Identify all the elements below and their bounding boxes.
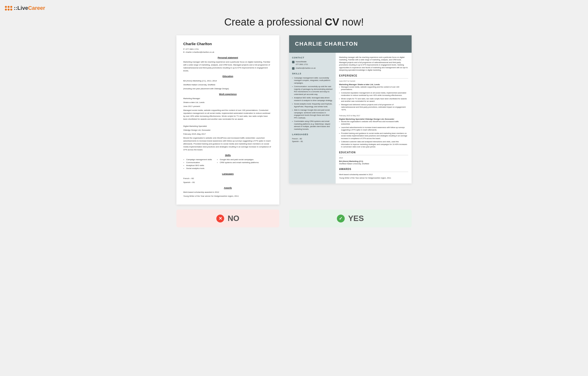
logo-dot-4 xyxy=(5,9,7,11)
logo: ::LiveCareer xyxy=(5,5,45,11)
good-cv-lang2: Spanish – B1 xyxy=(292,140,333,143)
list-item: Communication xyxy=(186,161,212,164)
list-item: Analytical SEO skills xyxy=(186,164,212,167)
bad-cv-education-school: Sheffield Hallam University, Sheffield xyxy=(183,83,272,86)
logo-dots xyxy=(5,6,12,11)
no-icon: ✕ xyxy=(216,215,224,222)
bad-cv-work-title: Work experience xyxy=(183,93,272,96)
good-cv-lang1: French – B2 xyxy=(292,138,333,140)
button-row: ✕ NO ✓ YES xyxy=(5,209,583,227)
good-cv-experience-title: EXPERIENCE xyxy=(339,74,408,78)
bad-cv-lang2: Spanish – B1 xyxy=(183,181,272,184)
good-cv-job2-title: Digital Marketing Specialist Oldedge Des… xyxy=(339,118,408,120)
list-item: Collected customer data and analysed int… xyxy=(339,141,408,148)
good-cv-education-title: EDUCATION xyxy=(339,151,408,155)
good-cv-contact-email: charlton@charlton.co.uk xyxy=(292,67,333,70)
bad-cv-personal-text: Marketing manager with far-reaching expe… xyxy=(183,61,272,72)
good-cv-awards-title: AWARDS xyxy=(339,168,408,172)
yes-icon: ✓ xyxy=(337,215,345,222)
good-cv-summary: Marketing manager with far-reaching expe… xyxy=(339,56,408,72)
good-cv-phone-text: Home/Mobile 077 2801 1721 xyxy=(296,61,308,66)
cv-bad: Charlie Charlton P: 077 2801 1721 E: cha… xyxy=(176,35,279,205)
list-item: Social analytics tools: frequently used … xyxy=(292,103,333,108)
bad-cv-award1: Merit-based scholarship awarded in 2012 xyxy=(183,191,272,194)
cv-comparison: Charlie Charlton P: 077 2801 1721 E: cha… xyxy=(5,35,583,205)
logo-career: Career xyxy=(28,5,45,11)
yes-label: YES xyxy=(348,214,364,223)
logo-dot-6 xyxy=(10,9,12,11)
good-cv-job2-dates: February 2015 to May 2017 xyxy=(339,115,408,117)
list-item: Google Ads and paid social campaigns xyxy=(220,158,259,161)
email-icon xyxy=(292,67,294,70)
list-item: Managed and delivered various projects a… xyxy=(339,104,408,111)
logo-live: ::Live xyxy=(14,5,28,11)
list-item: Wrote scripts for TV and radio, two radi… xyxy=(339,98,408,103)
bad-cv-contact: P: 077 2801 1721 E: charlie.t.charlton@c… xyxy=(183,48,272,54)
bad-cv-name: Charlie Charlton xyxy=(183,41,272,47)
bad-cv-job2-company: Oldedge Design Ltd, Doncaster xyxy=(183,129,272,132)
bad-cv-job1-dates: June 2017–present xyxy=(183,105,272,108)
good-cv-sidebar: CONTACT Home/Mobile 077 2801 1721 charlt… xyxy=(289,53,336,183)
phone-icon xyxy=(292,61,294,63)
list-item: Analytical SEO skills: leveraged data-dr… xyxy=(292,97,333,102)
logo-dot-5 xyxy=(8,9,10,11)
headline-prefix: Create a professional xyxy=(224,16,325,28)
no-button[interactable]: ✕ NO xyxy=(176,209,279,227)
good-cv-phone-label: Home/Mobile xyxy=(296,61,308,63)
yes-button[interactable]: ✓ YES xyxy=(289,209,412,227)
good-cv-languages-title: LANGUAGES xyxy=(292,133,333,136)
good-cv-main: Marketing manager with far-reaching expe… xyxy=(336,53,412,183)
list-item: Comfortable using CRM systems and email … xyxy=(292,120,333,130)
good-cv-header: CHARLIE CHARLTON xyxy=(289,35,412,53)
bad-cv-awards-title: Awards xyxy=(183,186,272,190)
bad-cv-phone: P: 077 2801 1721 xyxy=(183,48,272,51)
list-item: Able to manage Google Ads and paid socia… xyxy=(292,109,333,119)
bad-cv-skills-right-list: Google Ads and paid social campaigns CRM… xyxy=(217,158,259,164)
good-cv-skills-title: SKILLS xyxy=(292,72,333,75)
bad-cv-education-degree: BA (Hons) Marketing (2:1), 2011–2014 xyxy=(183,79,272,82)
logo-dot-3 xyxy=(10,6,12,8)
headline-suffix: now! xyxy=(339,16,364,28)
logo-dot-1 xyxy=(5,6,7,8)
no-label: NO xyxy=(228,214,239,223)
bad-cv-personal-title: Personal statement xyxy=(183,56,272,60)
good-cv-job1-title: Marketing Manager Shake-a-lake Ltd, Leed… xyxy=(339,83,408,86)
good-cv-award2: Young Writer of the Year winner for Hedg… xyxy=(339,177,408,180)
bad-cv-job2-desc: Moved the organisation's website onto Wo… xyxy=(183,137,272,151)
headline: Create a professional CV now! xyxy=(5,16,583,28)
bad-cv-skills-right: Google Ads and paid social campaigns CRM… xyxy=(217,158,259,170)
good-cv-contact-phone: Home/Mobile 077 2801 1721 xyxy=(292,61,333,66)
list-item: Campaign management skills: successfully… xyxy=(292,77,333,85)
bad-cv-job2-title: Digital Marketing Specialist xyxy=(183,125,272,128)
bad-cv-skills-left: Campaign management skills Communication… xyxy=(183,158,212,170)
good-cv-body: CONTACT Home/Mobile 077 2801 1721 charlt… xyxy=(289,53,412,183)
list-item: Provided training and guidance to social… xyxy=(339,132,408,140)
bad-cv-education-title: Education xyxy=(183,75,272,78)
list-item: Communication: successfully up-sold the … xyxy=(292,85,333,96)
list-item: Social analytics tools xyxy=(186,167,212,170)
bad-cv-job1-desc: Managed social media, website copywritin… xyxy=(183,109,272,121)
cv-good: CHARLIE CHARLTON CONTACT Home/Mobile 077… xyxy=(289,35,412,183)
good-cv-job1-dates: June 2017 to Current xyxy=(339,80,408,82)
bad-cv-languages-title: Languages xyxy=(183,172,272,176)
list-item: Managed social media, website copywritin… xyxy=(339,86,408,91)
bad-cv-education-note: (Including one-year placement with Olded… xyxy=(183,87,272,90)
headline-bold: CV xyxy=(325,16,339,28)
bad-cv-lang1: French – B2 xyxy=(183,177,272,180)
good-cv-contact-title: CONTACT xyxy=(292,56,333,59)
bad-cv-skills-left-list: Campaign management skills Communication… xyxy=(183,158,212,170)
bad-cv-job1-title: Marketing Manager xyxy=(183,97,272,100)
bad-cv-award2: Young Writer of the Year winner for Hedg… xyxy=(183,195,272,198)
list-item: Conducted reputation management on all s… xyxy=(339,92,408,97)
good-cv-edu-degree: BA (Hons) Marketing (2:1) xyxy=(339,160,408,163)
good-cv-edu-year: 2014 xyxy=(339,157,408,159)
bad-cv-skills-cols: Campaign management skills Communication… xyxy=(183,158,272,170)
good-cv-award1: Merit-based scholarship awarded in 2012 xyxy=(339,173,408,176)
good-cv-phone-number: 077 2801 1721 xyxy=(296,63,308,66)
bad-cv-email: E: charlie.t.charlton@charlton.co.uk xyxy=(183,51,272,54)
bad-cv-skills-title: Skills xyxy=(183,154,272,157)
list-item: CRM systems and email marketing platform… xyxy=(220,161,259,164)
logo-text: ::LiveCareer xyxy=(14,5,45,11)
good-cv-email-address: charlton@charlton.co.uk xyxy=(296,67,316,70)
good-cv-edu-school: Sheffield Hallam University, Sheffield xyxy=(339,163,408,165)
